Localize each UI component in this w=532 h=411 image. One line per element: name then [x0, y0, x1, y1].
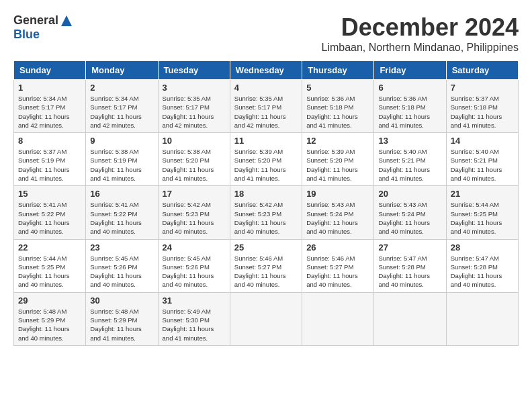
table-row: 25 Sunrise: 5:46 AMSunset: 5:27 PMDaylig… [230, 239, 302, 292]
table-row: 5 Sunrise: 5:36 AMSunset: 5:18 PMDayligh… [302, 80, 374, 133]
day-info: Sunrise: 5:37 AMSunset: 5:19 PMDaylight:… [18, 148, 70, 182]
day-number: 12 [306, 136, 369, 146]
day-info: Sunrise: 5:45 AMSunset: 5:26 PMDaylight:… [90, 255, 142, 289]
table-row: 30 Sunrise: 5:48 AMSunset: 5:29 PMDaylig… [86, 292, 158, 345]
day-info: Sunrise: 5:49 AMSunset: 5:30 PMDaylight:… [163, 308, 214, 342]
day-info: Sunrise: 5:44 AMSunset: 5:25 PMDaylight:… [18, 255, 70, 289]
table-row: 13 Sunrise: 5:40 AMSunset: 5:21 PMDaylig… [374, 133, 446, 186]
day-info: Sunrise: 5:35 AMSunset: 5:17 PMDaylight:… [163, 95, 214, 129]
table-row: 11 Sunrise: 5:39 AMSunset: 5:20 PMDaylig… [230, 133, 302, 186]
table-row [230, 292, 302, 345]
table-row: 17 Sunrise: 5:42 AMSunset: 5:23 PMDaylig… [158, 186, 230, 239]
header-saturday: Saturday [446, 61, 518, 80]
header-thursday: Thursday [302, 61, 374, 80]
title-section: December 2024 Limbaan, Northern Mindanao… [321, 13, 519, 54]
day-info: Sunrise: 5:36 AMSunset: 5:18 PMDaylight:… [306, 95, 358, 129]
day-info: Sunrise: 5:39 AMSunset: 5:20 PMDaylight:… [306, 148, 358, 182]
day-number: 17 [163, 189, 226, 199]
day-number: 23 [90, 242, 153, 253]
day-number: 7 [451, 83, 514, 93]
table-row: 18 Sunrise: 5:42 AMSunset: 5:23 PMDaylig… [230, 186, 302, 239]
table-row: 6 Sunrise: 5:36 AMSunset: 5:18 PMDayligh… [374, 80, 446, 133]
day-info: Sunrise: 5:38 AMSunset: 5:20 PMDaylight:… [163, 148, 214, 182]
day-number: 31 [163, 295, 226, 306]
day-number: 18 [234, 189, 298, 199]
table-row: 28 Sunrise: 5:47 AMSunset: 5:28 PMDaylig… [446, 239, 518, 292]
table-row [446, 292, 518, 345]
day-info: Sunrise: 5:38 AMSunset: 5:19 PMDaylight:… [90, 148, 142, 182]
table-row: 2 Sunrise: 5:34 AMSunset: 5:17 PMDayligh… [86, 80, 158, 133]
table-row: 26 Sunrise: 5:46 AMSunset: 5:27 PMDaylig… [302, 239, 374, 292]
table-row: 4 Sunrise: 5:35 AMSunset: 5:17 PMDayligh… [230, 80, 302, 133]
day-info: Sunrise: 5:45 AMSunset: 5:26 PMDaylight:… [163, 255, 214, 289]
header-monday: Monday [86, 61, 158, 80]
header: General Blue December 2024 Limbaan, Nort… [13, 13, 519, 54]
day-info: Sunrise: 5:39 AMSunset: 5:20 PMDaylight:… [234, 148, 286, 182]
day-info: Sunrise: 5:46 AMSunset: 5:27 PMDaylight:… [234, 255, 286, 289]
table-row: 27 Sunrise: 5:47 AMSunset: 5:28 PMDaylig… [374, 239, 446, 292]
table-row: 31 Sunrise: 5:49 AMSunset: 5:30 PMDaylig… [158, 292, 230, 345]
day-number: 1 [18, 83, 81, 93]
table-row: 24 Sunrise: 5:45 AMSunset: 5:26 PMDaylig… [158, 239, 230, 292]
day-info: Sunrise: 5:44 AMSunset: 5:25 PMDaylight:… [451, 201, 502, 235]
day-info: Sunrise: 5:42 AMSunset: 5:23 PMDaylight:… [234, 201, 286, 235]
day-info: Sunrise: 5:41 AMSunset: 5:22 PMDaylight:… [90, 201, 142, 235]
day-info: Sunrise: 5:34 AMSunset: 5:17 PMDaylight:… [18, 95, 70, 129]
day-info: Sunrise: 5:48 AMSunset: 5:29 PMDaylight:… [90, 308, 142, 342]
day-number: 8 [18, 136, 81, 146]
table-row: 15 Sunrise: 5:41 AMSunset: 5:22 PMDaylig… [14, 186, 86, 239]
table-row: 8 Sunrise: 5:37 AMSunset: 5:19 PMDayligh… [14, 133, 86, 186]
calendar-header-row: Sunday Monday Tuesday Wednesday Thursday… [14, 61, 519, 80]
day-info: Sunrise: 5:43 AMSunset: 5:24 PMDaylight:… [378, 201, 430, 235]
day-info: Sunrise: 5:40 AMSunset: 5:21 PMDaylight:… [451, 148, 502, 182]
table-row: 14 Sunrise: 5:40 AMSunset: 5:21 PMDaylig… [446, 133, 518, 186]
day-number: 16 [90, 189, 153, 199]
table-row: 3 Sunrise: 5:35 AMSunset: 5:17 PMDayligh… [158, 80, 230, 133]
day-number: 4 [234, 83, 298, 93]
day-info: Sunrise: 5:43 AMSunset: 5:24 PMDaylight:… [306, 201, 358, 235]
day-info: Sunrise: 5:34 AMSunset: 5:17 PMDaylight:… [90, 95, 142, 129]
day-number: 15 [18, 189, 81, 199]
day-info: Sunrise: 5:47 AMSunset: 5:28 PMDaylight:… [378, 255, 430, 289]
logo-icon [60, 14, 73, 28]
table-row: 23 Sunrise: 5:45 AMSunset: 5:26 PMDaylig… [86, 239, 158, 292]
table-row: 21 Sunrise: 5:44 AMSunset: 5:25 PMDaylig… [446, 186, 518, 239]
logo-blue-text: Blue [13, 28, 40, 42]
day-info: Sunrise: 5:42 AMSunset: 5:23 PMDaylight:… [163, 201, 214, 235]
day-number: 6 [378, 83, 441, 93]
day-number: 20 [378, 189, 441, 199]
day-info: Sunrise: 5:47 AMSunset: 5:28 PMDaylight:… [451, 255, 502, 289]
day-info: Sunrise: 5:37 AMSunset: 5:18 PMDaylight:… [451, 95, 502, 129]
header-wednesday: Wednesday [230, 61, 302, 80]
day-info: Sunrise: 5:40 AMSunset: 5:21 PMDaylight:… [378, 148, 430, 182]
header-friday: Friday [374, 61, 446, 80]
table-row: 10 Sunrise: 5:38 AMSunset: 5:20 PMDaylig… [158, 133, 230, 186]
location-title: Limbaan, Northern Mindanao, Philippines [321, 42, 519, 54]
day-number: 11 [234, 136, 298, 146]
day-number: 29 [18, 295, 81, 306]
day-number: 21 [451, 189, 514, 199]
svg-marker-0 [61, 15, 72, 26]
table-row: 7 Sunrise: 5:37 AMSunset: 5:18 PMDayligh… [446, 80, 518, 133]
day-number: 28 [451, 242, 514, 253]
table-row: 20 Sunrise: 5:43 AMSunset: 5:24 PMDaylig… [374, 186, 446, 239]
table-row: 16 Sunrise: 5:41 AMSunset: 5:22 PMDaylig… [86, 186, 158, 239]
day-info: Sunrise: 5:48 AMSunset: 5:29 PMDaylight:… [18, 308, 70, 342]
day-number: 3 [163, 83, 226, 93]
table-row: 9 Sunrise: 5:38 AMSunset: 5:19 PMDayligh… [86, 133, 158, 186]
table-row: 19 Sunrise: 5:43 AMSunset: 5:24 PMDaylig… [302, 186, 374, 239]
logo-general-text: General [13, 13, 58, 28]
day-number: 5 [306, 83, 369, 93]
day-info: Sunrise: 5:46 AMSunset: 5:27 PMDaylight:… [306, 255, 358, 289]
day-number: 9 [90, 136, 153, 146]
day-number: 2 [90, 83, 153, 93]
calendar-table: Sunday Monday Tuesday Wednesday Thursday… [13, 60, 519, 346]
table-row: 12 Sunrise: 5:39 AMSunset: 5:20 PMDaylig… [302, 133, 374, 186]
table-row: 1 Sunrise: 5:34 AMSunset: 5:17 PMDayligh… [14, 80, 86, 133]
header-tuesday: Tuesday [158, 61, 230, 80]
day-number: 22 [18, 242, 81, 253]
table-row: 22 Sunrise: 5:44 AMSunset: 5:25 PMDaylig… [14, 239, 86, 292]
day-info: Sunrise: 5:36 AMSunset: 5:18 PMDaylight:… [378, 95, 430, 129]
table-row: 29 Sunrise: 5:48 AMSunset: 5:29 PMDaylig… [14, 292, 86, 345]
day-number: 25 [234, 242, 298, 253]
